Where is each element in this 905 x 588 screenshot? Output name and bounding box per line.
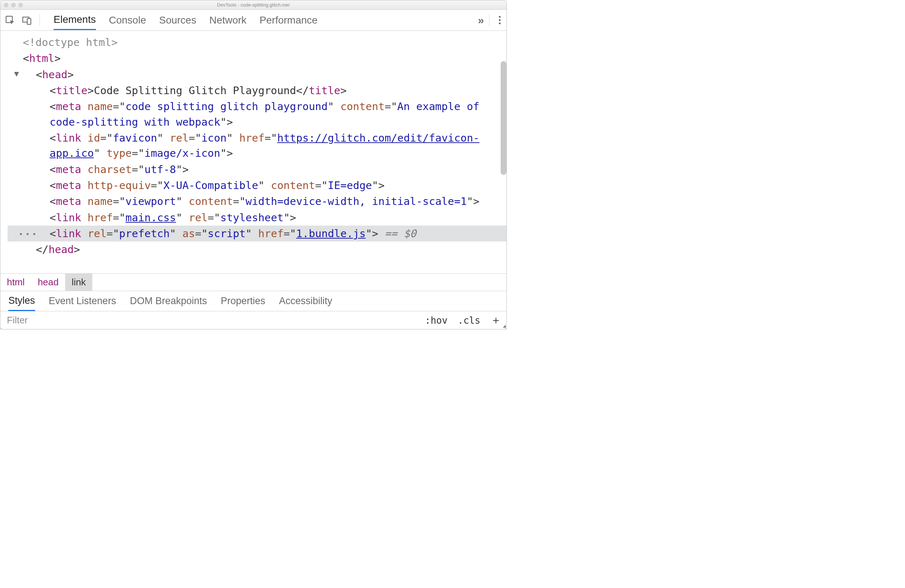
panel-tabs: Elements Console Sources Network Perform… — [54, 10, 318, 30]
tab-performance[interactable]: Performance — [260, 11, 318, 30]
subtab-styles[interactable]: Styles — [8, 291, 35, 311]
crumb-head[interactable]: head — [31, 274, 65, 291]
tab-elements[interactable]: Elements — [54, 10, 96, 30]
subtab-event-listeners[interactable]: Event Listeners — [49, 292, 116, 310]
tree-row[interactable]: <meta http-equiv="X-UA-Compatible" conte… — [8, 177, 506, 193]
inspect-element-icon[interactable] — [4, 14, 16, 26]
toolbar-divider — [489, 14, 489, 26]
expand-toggle-icon[interactable]: ▼ — [14, 68, 19, 79]
tree-row[interactable]: <html> — [8, 50, 506, 66]
more-tabs-icon[interactable]: » — [478, 14, 482, 26]
toggle-hov-button[interactable]: :hov — [420, 315, 453, 326]
crumb-link[interactable]: link — [65, 274, 92, 291]
tree-row[interactable]: <link id="favicon" rel="icon" href="http… — [8, 130, 506, 162]
href-link[interactable]: main.css — [125, 211, 176, 224]
toolbar-divider — [40, 14, 40, 26]
tree-row[interactable]: <link href="main.css" rel="stylesheet"> — [8, 210, 506, 226]
tab-sources[interactable]: Sources — [159, 11, 196, 30]
crumb-html[interactable]: html — [0, 274, 31, 291]
tree-row[interactable]: <title>Code Splitting Glitch Playground<… — [8, 83, 506, 99]
styles-filter-input[interactable] — [0, 311, 420, 329]
tree-row[interactable]: <meta name="viewport" content="width=dev… — [8, 193, 506, 209]
devtools-window: DevTools - code-splitting.glitch.me/ Ele… — [0, 0, 507, 329]
tree-row[interactable]: </head> — [8, 242, 506, 257]
styles-filter-bar: :hov .cls ＋ — [0, 311, 506, 329]
tab-network[interactable]: Network — [209, 11, 246, 30]
tree-row[interactable]: ▼<head> — [8, 67, 506, 83]
settings-menu-icon[interactable] — [497, 14, 503, 26]
tree-row-selected[interactable]: <link rel="prefetch" as="script" href="1… — [8, 226, 506, 242]
toggle-cls-button[interactable]: .cls — [452, 315, 486, 326]
window-title: DevTools - code-splitting.glitch.me/ — [0, 2, 506, 8]
subtab-properties[interactable]: Properties — [221, 292, 265, 310]
device-toolbar-icon[interactable] — [21, 14, 33, 26]
tree-row[interactable]: <!doctype html> — [8, 34, 506, 50]
href-link[interactable]: 1.bundle.js — [296, 227, 366, 240]
breadcrumb: html head link — [0, 273, 506, 291]
tree-row[interactable]: <meta charset="utf-8"> — [8, 162, 506, 177]
window-titlebar: DevTools - code-splitting.glitch.me/ — [0, 0, 506, 10]
dom-tree[interactable]: <!doctype html> <html> ▼<head> <title>Co… — [0, 31, 506, 261]
main-toolbar: Elements Console Sources Network Perform… — [0, 10, 506, 31]
tab-console[interactable]: Console — [109, 11, 146, 30]
new-style-rule-button[interactable]: ＋ — [486, 313, 506, 328]
styles-tabs: Styles Event Listeners DOM Breakpoints P… — [0, 291, 506, 311]
subtab-accessibility[interactable]: Accessibility — [279, 292, 332, 310]
svg-rect-2 — [27, 19, 31, 24]
tree-row[interactable]: <meta name="code splitting glitch playgr… — [8, 99, 506, 130]
subtab-dom-breakpoints[interactable]: DOM Breakpoints — [130, 292, 207, 310]
elements-panel: <!doctype html> <html> ▼<head> <title>Co… — [0, 31, 506, 273]
